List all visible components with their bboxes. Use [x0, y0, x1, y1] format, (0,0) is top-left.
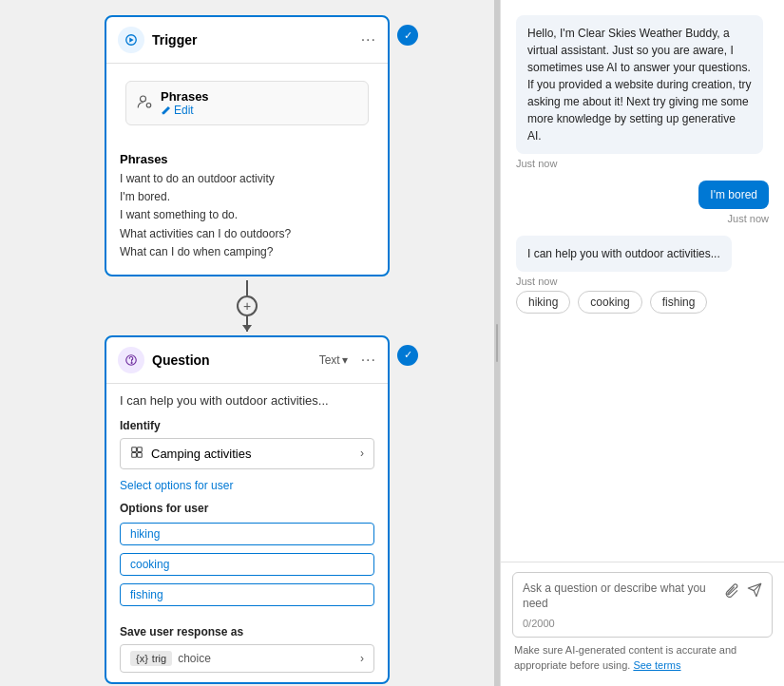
bot-message-group-1: Hello, I'm Clear Skies Weather Buddy, a …: [516, 15, 769, 169]
select-options-link[interactable]: Select options for user: [120, 479, 374, 492]
options-list: hiking cooking fishing: [120, 523, 374, 614]
bot-bubble-1: Hello, I'm Clear Skies Weather Buddy, a …: [516, 15, 763, 154]
option-hiking[interactable]: hiking: [120, 523, 374, 545]
phrases-inner-icon: [136, 93, 153, 114]
question-title: Question: [152, 353, 312, 368]
chat-input-icons: [724, 582, 762, 600]
timestamp-2: Just now: [728, 213, 769, 224]
identify-label: Identify: [120, 419, 374, 432]
chat-options-row: hiking cooking fishing: [516, 291, 769, 314]
question-card-header: Question Text ▾ ···: [106, 337, 388, 384]
question-check: ✓: [397, 345, 418, 366]
phrases-list: Phrases I want to do an outdoor activity…: [106, 143, 388, 275]
chat-option-fishing[interactable]: fishing: [650, 291, 708, 314]
timestamp-1: Just now: [516, 158, 769, 169]
svg-point-4: [131, 362, 132, 363]
phrase-3: I want something to do.: [120, 206, 374, 224]
phrases-inner-content: Phrases Edit: [161, 89, 209, 117]
connector-1: +: [237, 280, 258, 332]
divider-line: [496, 324, 498, 362]
timestamp-3: Just now: [516, 276, 769, 287]
svg-rect-7: [132, 453, 137, 458]
svg-point-1: [141, 96, 146, 102]
question-icon: [118, 347, 144, 373]
chat-option-cooking[interactable]: cooking: [578, 291, 641, 314]
bot-bubble-2: I can help you with outdoor activities..…: [516, 236, 732, 272]
disclaimer: Make sure AI-generated content is accura…: [512, 643, 773, 676]
connector-line-top: [246, 280, 248, 295]
trigger-check: ✓: [397, 25, 418, 46]
chat-area: Hello, I'm Clear Skies Weather Buddy, a …: [501, 0, 784, 562]
svg-rect-5: [132, 448, 137, 452]
char-count: 0/2000: [523, 618, 717, 629]
trigger-icon: [118, 27, 144, 53]
question-text: I can help you with outdoor activities..…: [120, 393, 374, 408]
connector-arrow: [246, 316, 248, 332]
identify-box[interactable]: Camping activities ›: [120, 438, 374, 469]
chat-input-area: Ask a question or describe what you need…: [501, 562, 784, 686]
svg-point-2: [146, 103, 151, 107]
phrase-5: What can I do when camping?: [120, 243, 374, 261]
left-panel: Trigger ··· ✓ Phrases Edit: [0, 0, 494, 686]
phrase-4: What activities can I do outdoors?: [120, 225, 374, 243]
save-var-name: choice: [178, 652, 211, 665]
send-icon[interactable]: [747, 582, 762, 600]
identify-chevron: ›: [360, 447, 364, 460]
trigger-card-header: Trigger ···: [106, 17, 388, 64]
identify-icon: [130, 446, 143, 462]
identify-value: Camping activities: [151, 447, 353, 461]
bot-message-group-2: I can help you with outdoor activities..…: [516, 236, 769, 314]
chat-option-hiking[interactable]: hiking: [516, 291, 570, 314]
options-label: Options for user: [120, 502, 374, 515]
disclaimer-link[interactable]: See terms: [633, 659, 680, 671]
chat-input-placeholder[interactable]: Ask a question or describe what you need: [523, 581, 717, 613]
phrases-content: I want to do an outdoor activity I'm bor…: [120, 170, 374, 261]
user-bubble: I'm bored: [698, 181, 769, 209]
attachment-icon[interactable]: [724, 582, 739, 600]
edit-link[interactable]: Edit: [161, 104, 209, 117]
phrases-section-label: Phrases: [120, 152, 374, 166]
phrase-1: I want to do an outdoor activity: [120, 170, 374, 188]
question-menu[interactable]: ···: [361, 352, 376, 369]
save-chevron: ›: [360, 652, 364, 665]
chat-input-row: Ask a question or describe what you need…: [512, 572, 773, 638]
question-card: Question Text ▾ ··· ✓ I can help you wit…: [105, 335, 390, 684]
trigger-title: Trigger: [152, 32, 354, 48]
save-label: Save user response as: [120, 625, 374, 638]
svg-rect-6: [138, 448, 143, 452]
type-badge[interactable]: Text ▾: [319, 353, 348, 367]
trigger-card: Trigger ··· ✓ Phrases Edit: [105, 15, 390, 276]
add-step-button[interactable]: +: [237, 295, 258, 316]
phrases-inner-title: Phrases: [161, 89, 209, 104]
phrase-2: I'm bored.: [120, 188, 374, 206]
save-var: {x} trig: [130, 651, 172, 666]
trigger-menu[interactable]: ···: [361, 31, 376, 48]
option-cooking[interactable]: cooking: [120, 553, 374, 576]
right-panel: Hello, I'm Clear Skies Weather Buddy, a …: [500, 0, 784, 686]
phrases-inner-box[interactable]: Phrases Edit: [125, 81, 369, 125]
save-box[interactable]: {x} trig choice ›: [120, 644, 374, 673]
svg-rect-8: [138, 453, 143, 458]
user-message-group: I'm bored Just now: [516, 181, 769, 224]
option-fishing[interactable]: fishing: [120, 583, 374, 606]
question-body: I can help you with outdoor activities..…: [106, 384, 388, 682]
